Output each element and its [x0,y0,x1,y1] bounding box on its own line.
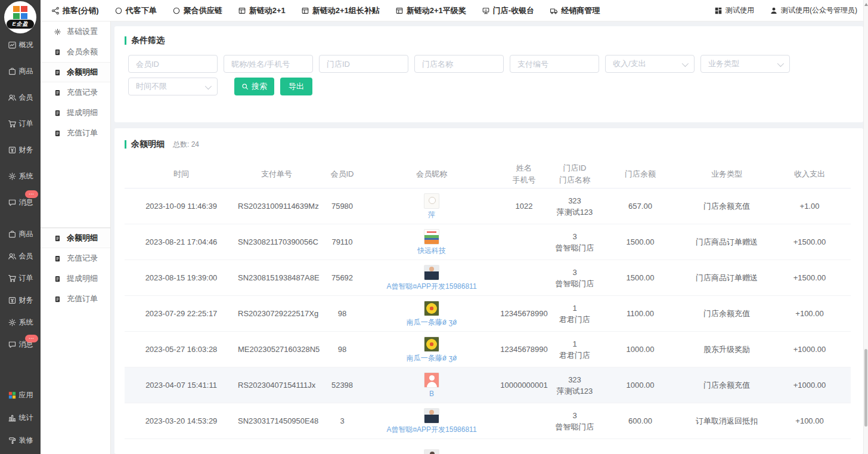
app-logo: E企盈 [4,1,36,33]
member-nickname-link[interactable]: B [429,390,434,398]
filter-input[interactable] [128,55,218,73]
sidebar-item-label: 会员 [19,251,33,261]
primary-sidebar: E企盈 概况商品会员订单财务系统消息⋯ 商品会员订单财务系统消息⋯ 应用统计装修 [0,0,41,454]
cell-time: 2023-08-15 19:39:00 [125,273,238,282]
filter-title-text: 条件筛选 [131,35,165,46]
primary-sidebar-section-1: 概况商品会员订单财务系统消息⋯ [0,32,41,215]
sidebar-item-会员[interactable]: 会员 [0,84,41,110]
sidebar-item-label: 应用 [19,390,33,400]
member-nickname-link[interactable]: 萍 [428,211,435,219]
sidebar-item-财务[interactable]: 财务 [0,289,41,311]
topnav-item[interactable]: 门店-收银台 [482,5,534,16]
scrollbar-up-arrow[interactable] [864,3,868,6]
member-nickname-link[interactable]: A曾智聪¤APP开发15986811 [386,282,476,291]
cell-store: 1君君门店 [554,302,596,325]
cell-time: 2023-05-27 16:03:28 [125,345,238,354]
sidebar-item-消息[interactable]: 消息⋯ [0,333,41,356]
sidebar-item-消息[interactable]: 消息⋯ [0,189,41,215]
sidebar-item-商品[interactable]: 商品 [0,223,41,245]
sidebar-item-订单[interactable]: 订单 [0,110,41,137]
table-row: 2023-05-27 16:03:28ME20230527160328N598南… [125,332,851,367]
table-row: 2023-04-07 15:41:11RS20230407154111Jx523… [125,367,851,403]
sidebar-item-统计[interactable]: 统计 [0,406,41,429]
topnav-item[interactable]: 新链动2+1 [238,5,286,16]
cell-pay-no: ME20230527160328N5 [238,345,315,354]
submenu-item-充值订单[interactable]: 充值订单 [41,123,110,143]
topnav-item[interactable]: 新链动2+1组长补贴 [301,5,380,16]
filter-input[interactable] [414,55,504,73]
sidebar-item-会员[interactable]: 会员 [0,245,41,267]
circle-icon [172,7,181,15]
filter-select-value: 业务类型 [708,58,739,69]
topnav-item[interactable]: 代客下单 [114,5,157,16]
cell-member-id: 75980 [315,202,369,211]
sidebar-item-商品[interactable]: 商品 [0,58,41,84]
cell-store-balance: 1500.00 [596,273,685,282]
sidebar-item-装修[interactable]: 装修 [0,429,41,452]
search-button[interactable]: 搜索 [234,78,274,95]
export-button-label: 导出 [289,81,304,92]
table-header-cell: 支付单号 [238,168,315,180]
topbar-account-label: 测试使用 [726,5,754,16]
cell-member-nickname: 南瓜一条藤ǿ ʒǿ [369,336,494,362]
submenu-item-余额明细[interactable]: 余额明细 [41,228,110,248]
cell-amount: +1500.00 [768,273,851,282]
goods-icon [8,230,17,239]
topnav-item-label: 新链动2+1组长补贴 [312,5,380,16]
topnav-item-label: 聚合供应链 [184,5,222,16]
filter-input[interactable] [319,55,408,73]
sidebar-item-label: 商品 [19,229,33,239]
sidebar-item-订单[interactable]: 订单 [0,267,41,289]
system-icon [8,318,17,327]
submenu-item-充值订单[interactable]: 充值订单 [41,289,110,309]
user-icon [770,7,778,15]
cell-member-id: 3 [315,416,369,425]
member-nickname-link[interactable]: 南瓜一条藤ǿ ʒǿ [407,354,457,362]
sidebar-item-label: 系统 [19,317,33,328]
submenu-item-充值记录[interactable]: 充值记录 [41,82,110,103]
topnav-item-label: 推客(分销) [63,5,99,16]
sidebar-item-概况[interactable]: 概况 [0,32,41,58]
cell-pay-no: RS20231009114639Mz [238,202,315,211]
topnav-item[interactable]: 新链动2+1平级奖 [395,5,466,16]
member-nickname-link[interactable]: A曾智聪¤APP开发15986811 [386,425,476,434]
filter-input[interactable] [510,55,599,73]
sidebar-item-系统[interactable]: 系统 [0,163,41,189]
time-range-value: 时间不限 [136,81,167,92]
submenu-item-label: 余额明细 [67,67,98,78]
member-nickname-link[interactable]: 快远科技 [417,246,446,255]
time-range-select[interactable]: 时间不限 [128,78,218,95]
topnav-item[interactable]: 聚合供应链 [172,5,222,16]
member-avatar [424,449,439,454]
submenu-item-余额明细[interactable]: 余额明细 [41,62,110,82]
sidebar-item-应用[interactable]: 应用 [0,384,41,406]
submenu-item-提成明细[interactable]: 提成明细 [41,103,110,123]
topbar-account-item[interactable]: 测试使用(公众号管理员) [770,5,857,16]
member-avatar [424,301,439,316]
submenu-item-充值记录[interactable]: 充值记录 [41,248,110,268]
submenu-item-会员余额[interactable]: 会员余额 [41,42,110,62]
filter-input[interactable] [224,55,313,73]
sidebar-item-系统[interactable]: 系统 [0,311,41,333]
cell-store-balance: 1100.00 [596,309,685,318]
cell-member-nickname [369,449,494,454]
message-badge: ⋯ [25,190,38,198]
topbar-account-label: 测试使用(公众号管理员) [781,5,857,16]
topnav-item[interactable]: 推客(分销) [51,5,99,16]
topnav-item[interactable]: 经销商管理 [550,5,600,16]
circle-icon [114,7,123,15]
system-icon [8,172,17,181]
table-title-text: 余额明细 [131,139,165,150]
sidebar-item-财务[interactable]: 财务 [0,137,41,163]
submenu-item-基础设置[interactable]: 基础设置 [41,21,110,42]
sidebar-item-label: 订单 [19,119,33,129]
export-button[interactable]: 导出 [280,78,312,95]
table-header-cell: 会员ID [315,168,369,180]
member-nickname-link[interactable]: 南瓜一条藤ǿ ʒǿ [407,318,457,326]
filter-select[interactable]: 收入/支出 [605,55,695,73]
filter-select[interactable]: 业务类型 [700,55,790,73]
submenu-item-提成明细[interactable]: 提成明细 [41,268,110,289]
top-nav: 推客(分销)代客下单聚合供应链新链动2+1新链动2+1组长补贴新链动2+1平级奖… [51,5,600,16]
scrollbar-thumb[interactable] [864,349,867,427]
topbar-account-item[interactable]: 测试使用 [714,5,754,16]
